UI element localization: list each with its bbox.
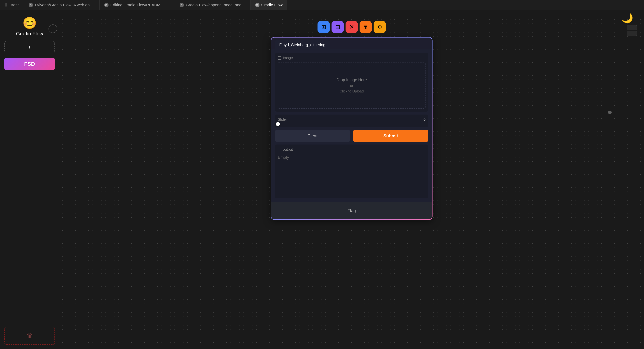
image-section: Image Drop Image Here - or - Click to Up…: [275, 53, 428, 112]
output-section: output Empty: [275, 144, 428, 198]
mini-ctrl-2[interactable]: [627, 31, 637, 36]
toolbar-delete-button[interactable]: 🗑: [360, 21, 372, 33]
upload-click-text: Click to Upload: [340, 89, 364, 93]
slider-track[interactable]: [278, 124, 426, 124]
image-label-icon: [278, 56, 282, 60]
toolbar-settings-button[interactable]: ⚙: [374, 21, 386, 33]
sidebar-title: Gradio Flow: [16, 31, 43, 37]
tab-trash-icon: 🗑: [4, 2, 9, 7]
tab-lvivona[interactable]: G LVivona/Gradio-Flow: A web application…: [24, 0, 100, 10]
cursor-indicator: [608, 111, 612, 114]
submit-button[interactable]: Submit: [353, 130, 428, 142]
back-icon: ←: [51, 26, 55, 31]
delete-icon: 🗑: [363, 24, 368, 30]
svg-text:G: G: [105, 4, 107, 7]
tab-editing-label: Editing Gradio-Flow/README.md at main · …: [110, 3, 170, 7]
slider-header: Slider 0: [278, 117, 426, 122]
output-label-icon: [278, 148, 282, 151]
slider-thumb[interactable]: [276, 122, 280, 126]
output-label: output: [278, 147, 426, 152]
image-label: Image: [278, 56, 426, 60]
svg-text:G: G: [180, 4, 182, 7]
settings-icon: ⚙: [378, 24, 382, 30]
slider-section: Slider 0: [275, 114, 428, 127]
grid-icon: ⊞: [321, 23, 326, 30]
canvas-area: ⊞ ⊟ ✕ 🗑 ⚙ Floyd_Steinberg_dithering: [59, 10, 644, 349]
toolbar-layout-button[interactable]: ⊟: [332, 21, 344, 33]
sidebar-logo: 😊: [22, 17, 37, 29]
image-label-text: Image: [283, 56, 293, 60]
upload-text: Drop Image Here: [336, 77, 367, 82]
panel-tab-floyd[interactable]: Floyd_Steinberg_dithering: [275, 40, 330, 49]
trash-icon: 🗑: [26, 332, 33, 340]
buttons-row: Clear Submit: [275, 130, 428, 142]
tab-gradioflow-icon: G: [255, 2, 260, 7]
browser-tabs-bar: 🗑 trash G LVivona/Gradio-Flow: A web app…: [0, 0, 644, 10]
tab-lvivona-icon: G: [28, 2, 34, 7]
tab-trash-label: trash: [11, 3, 20, 7]
mini-ctrl-1[interactable]: [627, 25, 637, 30]
tab-editing-icon: G: [104, 2, 109, 7]
toolbar-grid-button[interactable]: ⊞: [318, 21, 330, 33]
layout-icon: ⊟: [335, 23, 340, 30]
sidebar-header: 😊 Gradio Flow: [16, 17, 43, 37]
tab-editing[interactable]: G Editing Gradio-Flow/README.md at main …: [100, 0, 175, 10]
sidebar-fsd-button[interactable]: FSD: [4, 58, 55, 70]
svg-text:G: G: [30, 4, 32, 7]
tab-trash[interactable]: 🗑 trash: [0, 0, 24, 10]
sidebar: 😊 Gradio Flow ← + FSD 🗑: [0, 10, 59, 349]
tab-gif-label: Gradio-Flow/append_node_and_adjust_heigh…: [186, 3, 246, 7]
sidebar-trash-area[interactable]: 🗑: [4, 327, 55, 345]
flag-button[interactable]: Flag: [274, 205, 429, 217]
sidebar-add-button[interactable]: +: [4, 41, 55, 53]
tab-gradioflow[interactable]: G Gradio Flow: [250, 0, 287, 10]
tab-gif-icon: G: [179, 2, 184, 7]
panel-tab-label: Floyd_Steinberg_dithering: [279, 42, 326, 47]
toolbar: ⊞ ⊟ ✕ 🗑 ⚙: [318, 21, 386, 33]
output-empty-text: Empty: [278, 154, 426, 161]
close-icon: ✕: [349, 23, 354, 30]
image-upload-area[interactable]: Drop Image Here - or - Click to Upload: [278, 62, 426, 109]
toolbar-close-button[interactable]: ✕: [346, 21, 358, 33]
clear-button[interactable]: Clear: [275, 130, 350, 142]
mini-controls: [627, 25, 637, 36]
slider-value: 0: [424, 117, 426, 122]
moon-icon: 🌙: [622, 12, 633, 23]
svg-text:G: G: [256, 4, 258, 7]
flag-bar: Flag: [271, 202, 432, 219]
tab-gradioflow-label: Gradio Flow: [261, 3, 283, 7]
sidebar-back-button[interactable]: ←: [48, 24, 57, 33]
upload-or-text: - or -: [348, 84, 356, 88]
panel-tabs: Floyd_Steinberg_dithering: [271, 37, 432, 49]
tab-gif[interactable]: G Gradio-Flow/append_node_and_adjust_hei…: [175, 0, 250, 10]
tab-lvivona-label: LVivona/Gradio-Flow: A web application w…: [35, 3, 95, 7]
fsd-label: FSD: [24, 61, 35, 67]
slider-label: Slider: [278, 117, 287, 122]
panel-body: Image Drop Image Here - or - Click to Up…: [271, 49, 432, 202]
main-layout: 😊 Gradio Flow ← + FSD 🗑 ⊞ ⊟ ✕: [0, 10, 644, 349]
add-icon: +: [28, 44, 31, 50]
app-panel: Floyd_Steinberg_dithering Image Drop Ima…: [271, 37, 432, 220]
output-label-text: output: [283, 147, 293, 152]
